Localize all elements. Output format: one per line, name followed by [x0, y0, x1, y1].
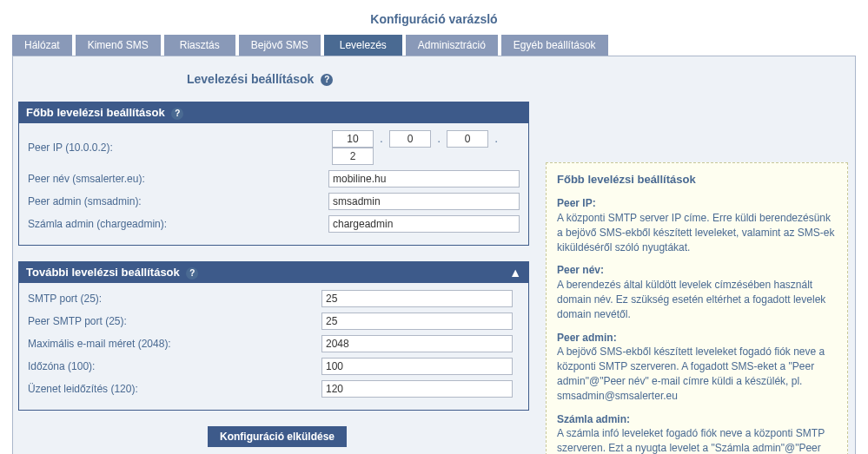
help-term-peer-ip: Peer IP: [557, 196, 837, 211]
max-email-label: Maximális e-mail méret (2048): [28, 338, 321, 350]
section-additional-mail-header: További levelézsi beállítások ? ▲ [19, 262, 528, 283]
help-icon[interactable]: ? [321, 74, 333, 86]
smtp-port-label: SMTP port (25): [28, 293, 321, 305]
msg-timing-label: Üzenet leidőzítés (120): [28, 383, 321, 395]
tab-mail[interactable]: Levelezés [324, 35, 402, 56]
page-title-label: Levelezési beállítások [187, 72, 314, 86]
tz-input[interactable] [321, 358, 513, 375]
max-email-input[interactable] [321, 335, 513, 352]
tab-network[interactable]: Hálózat [12, 35, 72, 56]
help-term-charge-admin: Számla admin: [557, 412, 837, 427]
peer-ip-oct4[interactable] [332, 148, 374, 165]
peer-name-label: Peer név (smsalerter.eu): [28, 173, 328, 185]
msg-timing-input[interactable] [321, 380, 513, 398]
help-icon[interactable]: ? [186, 267, 198, 280]
peer-ip-oct3[interactable] [447, 130, 488, 148]
charge-admin-input[interactable] [328, 215, 520, 233]
peer-admin-input[interactable] [328, 193, 520, 210]
section-additional-mail: További levelézsi beállítások ? ▲ SMTP p… [18, 261, 529, 411]
peer-name-input[interactable] [328, 170, 520, 188]
help-desc-peer-ip: A központi SMTP server IP címe. Erre kül… [557, 211, 837, 254]
help-icon[interactable]: ? [171, 108, 183, 120]
ip-dot: . [376, 133, 386, 145]
peer-ip-label: Peer IP (10.0.0.2): [28, 141, 332, 154]
ip-dot: . [434, 133, 443, 145]
tab-other[interactable]: Egyéb beállítások [501, 35, 608, 56]
peer-ip-oct2[interactable] [389, 130, 431, 148]
peer-smtp-port-input[interactable] [321, 313, 513, 330]
tab-bar: Hálózat Kimenő SMS Riasztás Bejövő SMS L… [0, 35, 868, 56]
tab-incoming-sms[interactable]: Bejövő SMS [239, 35, 321, 56]
tab-alert[interactable]: Riasztás [164, 35, 235, 56]
section-main-mail-header: Főbb levelézsi beállítások ? [19, 102, 528, 123]
submit-button[interactable]: Konfiguráció elküldése [208, 426, 347, 447]
tab-outgoing-sms[interactable]: Kimenő SMS [76, 35, 161, 56]
help-title: Főbb levelézsi beállítások [557, 172, 837, 188]
help-term-peer-name: Peer név: [557, 263, 837, 278]
help-desc-charge-admin: A számla infó leveleket fogadó fiók neve… [557, 426, 837, 454]
charge-admin-label: Számla admin (chargeadmin): [28, 218, 328, 230]
smtp-port-input[interactable] [321, 290, 513, 307]
wizard-title: Konfiguráció varázsló [0, 0, 868, 35]
section-main-mail: Főbb levelézsi beállítások ? Peer IP (10… [18, 102, 529, 246]
ip-dot: . [491, 133, 500, 145]
help-panel: Főbb levelézsi beállítások Peer IP: A kö… [546, 162, 848, 454]
chevron-up-icon[interactable]: ▲ [509, 266, 521, 280]
tz-label: Időzóna (100): [28, 360, 321, 372]
help-desc-peer-admin: A bejövő SMS-ekből készített leveleket f… [557, 345, 837, 403]
content-frame: Levelezési beállítások ? Főbb levelézsi … [12, 56, 856, 454]
help-term-peer-admin: Peer admin: [557, 331, 837, 345]
peer-ip-oct1[interactable] [332, 130, 374, 148]
section-main-mail-title: Főbb levelézsi beállítások [26, 106, 165, 119]
peer-admin-label: Peer admin (smsadmin): [28, 195, 328, 207]
peer-smtp-port-label: Peer SMTP port (25): [28, 315, 321, 327]
tab-admin[interactable]: Adminisztráció [406, 35, 498, 56]
page-title: Levelezési beállítások ? [13, 72, 855, 86]
help-desc-peer-name: A berendezés által küldött levelek címzé… [557, 278, 837, 321]
section-additional-mail-title: További levelézsi beállítások [26, 266, 180, 279]
